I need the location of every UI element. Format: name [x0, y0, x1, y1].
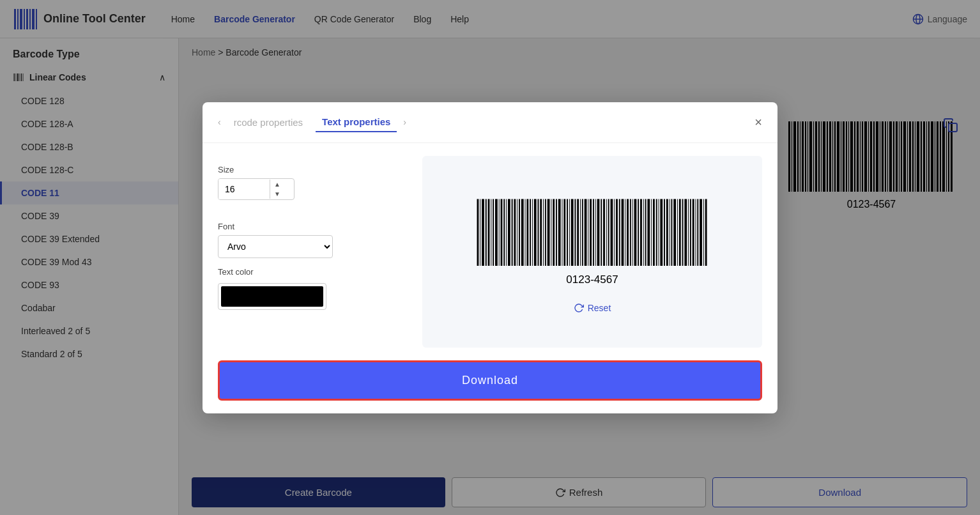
svg-rect-129 — [608, 199, 609, 266]
modal-download-button[interactable]: Download — [218, 360, 762, 401]
svg-rect-132 — [616, 199, 618, 266]
svg-rect-102 — [538, 199, 539, 266]
modal-overlay[interactable]: ‹ rcode properties Text properties › × S… — [0, 0, 980, 515]
svg-rect-88 — [501, 199, 503, 266]
svg-rect-98 — [526, 199, 528, 266]
svg-rect-137 — [630, 199, 631, 266]
svg-rect-83 — [488, 199, 490, 266]
svg-rect-147 — [656, 199, 657, 266]
svg-rect-157 — [682, 199, 684, 266]
svg-rect-156 — [679, 199, 681, 266]
svg-rect-92 — [512, 199, 513, 266]
svg-rect-141 — [640, 199, 642, 266]
svg-rect-152 — [670, 199, 670, 266]
modal-next-arrow[interactable]: › — [403, 117, 406, 127]
size-input-wrap: ▲ ▼ — [218, 178, 295, 200]
svg-rect-101 — [534, 199, 537, 266]
svg-rect-131 — [614, 199, 615, 266]
svg-rect-91 — [508, 199, 510, 266]
svg-rect-109 — [556, 199, 557, 266]
modal-header: ‹ rcode properties Text properties › × — [203, 102, 777, 143]
svg-rect-84 — [491, 199, 491, 266]
svg-rect-122 — [590, 199, 592, 266]
svg-rect-155 — [677, 199, 678, 266]
modal-right-panel: 0123-4567 Reset — [422, 156, 762, 348]
svg-rect-145 — [651, 199, 652, 266]
svg-rect-111 — [562, 199, 563, 266]
font-select[interactable]: Arvo Arial Helvetica Times New Roman Cou… — [218, 235, 333, 258]
font-field: Font Arvo Arial Helvetica Times New Roma… — [218, 213, 333, 258]
svg-rect-89 — [503, 199, 505, 266]
svg-rect-142 — [643, 199, 644, 266]
reset-label: Reset — [588, 303, 611, 313]
svg-rect-82 — [486, 199, 487, 266]
svg-rect-105 — [545, 199, 546, 266]
svg-rect-104 — [543, 199, 544, 266]
svg-rect-160 — [690, 199, 691, 266]
size-input[interactable] — [218, 179, 270, 199]
svg-rect-146 — [653, 199, 655, 266]
modal-left-panel: Size ▲ ▼ Font Arvo — [218, 156, 410, 348]
svg-rect-128 — [606, 199, 607, 266]
modal-tab-text-properties[interactable]: Text properties — [316, 112, 397, 132]
svg-rect-140 — [638, 199, 639, 266]
size-up-arrow[interactable]: ▲ — [270, 180, 284, 189]
svg-rect-116 — [574, 199, 576, 266]
svg-rect-96 — [521, 199, 524, 266]
svg-rect-120 — [585, 199, 587, 266]
svg-rect-134 — [622, 199, 624, 266]
svg-rect-124 — [595, 199, 596, 266]
svg-rect-165 — [703, 199, 704, 266]
svg-rect-108 — [553, 199, 555, 266]
svg-rect-164 — [700, 199, 702, 266]
svg-rect-153 — [671, 199, 673, 266]
svg-rect-79 — [477, 199, 479, 266]
svg-rect-163 — [697, 199, 698, 266]
svg-rect-100 — [532, 199, 533, 266]
svg-rect-149 — [660, 199, 662, 266]
svg-rect-135 — [625, 199, 625, 266]
svg-rect-161 — [693, 199, 694, 266]
reset-button[interactable]: Reset — [574, 303, 611, 313]
svg-rect-99 — [530, 199, 531, 266]
svg-rect-162 — [696, 199, 696, 266]
svg-rect-144 — [647, 199, 650, 266]
svg-rect-87 — [499, 199, 500, 266]
svg-rect-151 — [666, 199, 668, 266]
svg-rect-118 — [580, 199, 581, 266]
modal-body: Size ▲ ▼ Font Arvo — [203, 143, 777, 360]
svg-rect-106 — [547, 199, 550, 266]
svg-rect-136 — [627, 199, 629, 266]
modal-close-button[interactable]: × — [754, 115, 762, 130]
svg-rect-139 — [634, 199, 637, 266]
reset-icon — [574, 303, 584, 313]
svg-rect-113 — [567, 199, 568, 266]
svg-rect-159 — [688, 199, 689, 266]
svg-rect-158 — [684, 199, 687, 266]
svg-rect-119 — [582, 199, 583, 266]
svg-rect-154 — [673, 199, 676, 266]
svg-rect-126 — [601, 199, 602, 266]
svg-text:0123-4567: 0123-4567 — [566, 273, 618, 285]
svg-rect-114 — [569, 199, 570, 266]
color-swatch-wrap[interactable] — [218, 283, 326, 310]
svg-rect-130 — [611, 199, 613, 266]
modal-tab-barcode-properties[interactable]: rcode properties — [227, 113, 309, 132]
svg-rect-112 — [563, 199, 565, 266]
modal-barcode-svg: 0123-4567 — [471, 190, 714, 293]
svg-rect-133 — [619, 199, 620, 266]
svg-rect-143 — [645, 199, 647, 266]
svg-rect-138 — [632, 199, 633, 266]
svg-rect-148 — [659, 199, 659, 266]
size-label: Size — [218, 165, 295, 174]
svg-rect-166 — [705, 199, 707, 266]
modal-download-area: Download — [203, 360, 777, 413]
size-down-arrow[interactable]: ▼ — [270, 189, 284, 199]
size-arrows: ▲ ▼ — [270, 180, 284, 199]
text-color-label: Text color — [218, 267, 410, 277]
modal-prev-arrow[interactable]: ‹ — [218, 117, 221, 127]
color-swatch — [221, 286, 323, 307]
svg-rect-94 — [517, 199, 517, 266]
svg-rect-121 — [588, 199, 588, 266]
svg-rect-103 — [540, 199, 542, 266]
